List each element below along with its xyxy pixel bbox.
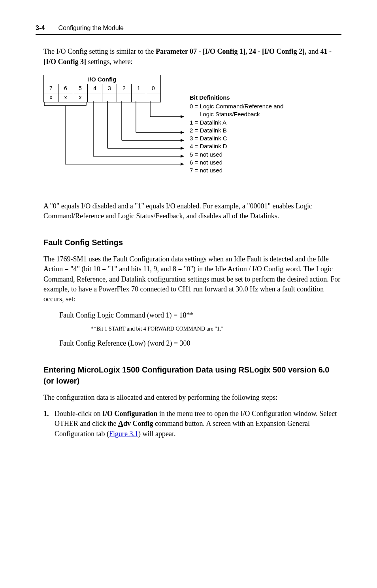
fault-config-line1: Fault Config Logic Command (word 1) = 18… (59, 310, 341, 320)
step-1-advconfig-rest: dv Config (123, 420, 153, 427)
intro-suffix: settings, where: (88, 58, 133, 66)
bit-def-line: 6 = not used (190, 159, 283, 166)
step-1-body: Double-click on I/O Configuration in the… (55, 409, 341, 439)
step-1-text-a: Double-click on (55, 410, 102, 418)
step-1-number: 1. (43, 409, 55, 439)
bit-def-line: 4 = Datalink D (190, 142, 283, 150)
step-1-text-f: ) will appear. (138, 430, 175, 438)
page-number: 3-4 (36, 25, 45, 31)
bit-defs-heading: Bit Definitions (190, 94, 283, 102)
bit-def-line: 3 = Datalink C (190, 134, 283, 142)
bit-cell: 3 (102, 84, 117, 93)
bit-cell: 0 (146, 84, 161, 93)
svg-marker-11 (181, 147, 184, 150)
bit-def-line: 1 = Datalink A (190, 119, 283, 127)
fault-config-line2: Fault Config Reference (Low) (word 2) = … (59, 338, 341, 348)
bit-def-line: 0 = Logic Command/Reference and (190, 102, 283, 110)
bit-def-line: 2 = Datalink B (190, 127, 283, 134)
bit-cell: 7 (44, 84, 58, 93)
bit-cell: 5 (73, 84, 88, 93)
step-1: 1. Double-click on I/O Configuration in … (43, 409, 341, 439)
fault-config-note: **Bit 1 START and bit 4 FORWARD COMMAND … (91, 325, 341, 333)
bit-cell: 4 (88, 84, 102, 93)
intro-paragraph: The I/O Config setting is similar to the… (43, 47, 341, 66)
intro-and: and (308, 47, 320, 55)
page-header: 3-4 Configuring the Module (36, 24, 341, 35)
svg-marker-17 (181, 131, 184, 134)
bit-def-line: 5 = not used (190, 151, 283, 159)
intro-param07: Parameter 07 - [I/O Config 1], 24 - [I/O… (156, 47, 307, 55)
step-1-underline-a: A (118, 420, 123, 427)
svg-marker-20 (181, 115, 184, 118)
io-config-title: I/O Config (44, 75, 161, 84)
fault-config-heading: Fault Config Settings (43, 237, 341, 248)
diagram-lines (43, 101, 194, 188)
entering-section-heading: Entering MicroLogix 1500 Configuration D… (43, 364, 341, 386)
entering-intro: The configuration data is allocated and … (43, 393, 341, 403)
intro-prefix: The I/O Config setting is similar to the (43, 47, 156, 55)
bit-def-line: Logic Status/Feedback (190, 110, 283, 118)
io-config-diagram: I/O Config 7 6 5 4 3 2 1 0 x x x (43, 75, 341, 193)
chapter-title: Configuring the Module (58, 25, 124, 31)
bit-cell: 1 (132, 84, 146, 93)
bit-cell: 2 (117, 84, 132, 93)
svg-marker-8 (181, 155, 184, 158)
after-diagram-paragraph: A "0" equals I/O disabled and a "1" equa… (43, 201, 341, 221)
figure-link[interactable]: Figure 3.1 (109, 430, 138, 438)
svg-marker-5 (181, 163, 184, 166)
svg-marker-14 (181, 139, 184, 142)
step-1-bold-io: I/O Configuration (102, 410, 158, 418)
fault-config-body: The 1769-SM1 uses the Fault Configuratio… (43, 254, 341, 304)
bit-definitions: Bit Definitions 0 = Logic Command/Refere… (190, 94, 283, 175)
bit-def-line: 7 = not used (190, 166, 283, 174)
io-config-table: I/O Config 7 6 5 4 3 2 1 0 x x x (43, 75, 161, 102)
bit-cell: 6 (58, 84, 73, 93)
